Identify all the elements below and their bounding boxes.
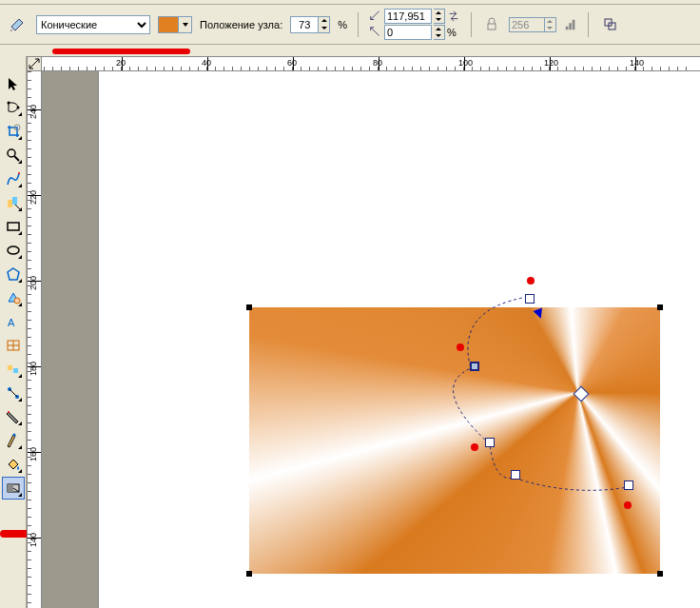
dimension-tool[interactable] [2, 358, 25, 381]
flyout-indicator-icon [18, 469, 22, 473]
separator [471, 12, 472, 37]
table-tool[interactable] [2, 334, 25, 357]
gradient-object[interactable] [249, 307, 660, 574]
gradient-handle-dot[interactable] [624, 501, 632, 509]
node-position-spinner[interactable] [319, 16, 330, 33]
ruler-label: 240 [29, 105, 38, 119]
crop-tool[interactable] [2, 120, 25, 143]
ruler-label: 220 [29, 190, 38, 205]
svg-rect-3 [573, 19, 575, 29]
node-position-input[interactable] [290, 16, 319, 33]
text-tool[interactable]: A [2, 310, 25, 333]
flyout-indicator-icon [18, 184, 22, 187]
spinner-up-icon [319, 17, 329, 25]
svg-point-22 [8, 411, 10, 413]
svg-rect-13 [8, 223, 19, 230]
ruler-label: 100 [458, 58, 473, 68]
table-icon [6, 338, 21, 353]
svg-point-9 [8, 149, 15, 157]
selection-handle[interactable] [246, 304, 252, 310]
freehand-tool[interactable] [2, 167, 25, 190]
flyout-indicator-icon [18, 303, 22, 306]
svg-point-10 [18, 172, 20, 174]
flyout-indicator-icon [18, 207, 22, 211]
node-position-label: Положение узла: [200, 19, 282, 30]
ellipse-tool[interactable] [2, 239, 25, 262]
lock-icon [484, 17, 499, 32]
gradient-handle-dot[interactable] [471, 443, 478, 451]
spinner-down-icon [319, 25, 329, 32]
steps-icon[interactable] [564, 18, 577, 31]
polygon-tool[interactable] [2, 263, 25, 285]
connector-tool[interactable] [2, 382, 25, 404]
flyout-indicator-icon [18, 255, 22, 259]
percent-label-2: % [447, 27, 457, 38]
svg-rect-0 [488, 24, 496, 29]
y-icon [369, 26, 382, 39]
fill-tool[interactable] [2, 453, 25, 476]
svg-rect-1 [566, 26, 569, 29]
percent-label: % [338, 19, 347, 30]
selection-handle[interactable] [246, 571, 252, 577]
ruler-label: 20 [116, 58, 126, 68]
gradient-node[interactable] [624, 481, 633, 490]
gradient-type-select[interactable]: Конические [36, 15, 150, 34]
flyout-indicator-icon [18, 445, 22, 449]
ruler-label: 120 [544, 58, 558, 68]
gradient-handle-dot[interactable] [457, 343, 464, 351]
origin-icon [28, 57, 41, 70]
ruler-horizontal: 20406080100120140 [27, 56, 700, 71]
outline-tool[interactable] [2, 429, 25, 452]
flyout-indicator-icon [18, 160, 22, 164]
x-spinner[interactable] [434, 9, 445, 24]
edit-fill-button[interactable] [6, 13, 29, 36]
ruler-label: 160 [29, 447, 38, 461]
edit-fill-icon [10, 17, 25, 32]
chevron-down-icon [179, 16, 192, 33]
svg-point-23 [12, 434, 15, 437]
copy-fill-button[interactable] [599, 13, 622, 36]
basic-shapes-tool[interactable] [2, 286, 25, 309]
center-y-input[interactable] [384, 25, 432, 40]
swap-xy-icon[interactable] [447, 10, 460, 23]
selection-handle[interactable] [657, 571, 663, 577]
gradient-node[interactable] [525, 294, 535, 304]
svg-rect-18 [8, 365, 12, 370]
toolbox: A [0, 56, 27, 608]
ruler-origin-corner[interactable] [27, 56, 42, 71]
gradient-node[interactable] [485, 438, 495, 447]
x-icon [369, 10, 382, 23]
separator [588, 12, 589, 37]
fill-color-picker[interactable] [158, 16, 192, 33]
svg-text:A: A [8, 317, 15, 328]
ruler-label: 200 [29, 276, 38, 290]
interactive-fill-tool[interactable] [2, 477, 25, 500]
flyout-indicator-icon [18, 279, 22, 283]
zoom-tool[interactable] [2, 144, 25, 167]
eyedropper-tool[interactable] [2, 405, 25, 428]
ruler-label: 140 [29, 533, 38, 547]
ruler-label: 180 [29, 362, 38, 376]
selection-handle[interactable] [657, 304, 663, 310]
gradient-node-selected[interactable] [470, 362, 479, 371]
y-spinner[interactable] [434, 25, 445, 40]
text-icon: A [6, 314, 21, 329]
center-x-input[interactable] [384, 9, 432, 24]
shape-tool[interactable] [2, 96, 25, 119]
gradient-node[interactable] [511, 470, 520, 480]
ruler-label: 40 [202, 58, 211, 68]
svg-rect-2 [569, 23, 572, 29]
fill-color-swatch [158, 16, 179, 33]
smart-fill-tool[interactable] [2, 191, 25, 214]
workspace: A 20406080100120140 24022020018016014012… [0, 45, 700, 608]
svg-rect-19 [13, 368, 18, 373]
svg-point-14 [8, 246, 19, 254]
gradient-handle-dot[interactable] [527, 277, 535, 284]
flyout-indicator-icon [18, 398, 22, 402]
rectangle-tool[interactable] [2, 215, 25, 238]
steps-input [509, 17, 545, 32]
copy-fill-icon [603, 17, 618, 32]
lock-button[interactable] [482, 11, 501, 38]
pick-tool[interactable] [2, 72, 25, 95]
svg-rect-11 [8, 200, 12, 207]
